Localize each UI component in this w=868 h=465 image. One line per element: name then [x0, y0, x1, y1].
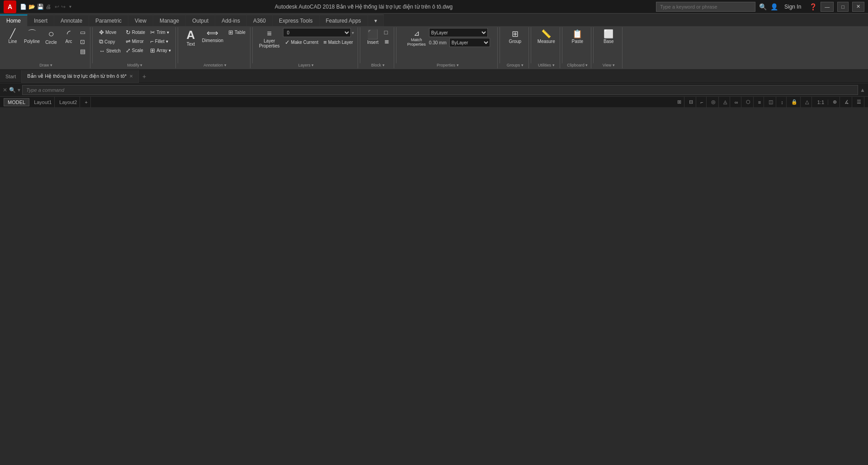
groups-items: ⊞ Group: [507, 28, 523, 62]
qat-open-icon[interactable]: 📂: [28, 4, 35, 10]
signin-button[interactable]: Sign In: [782, 2, 804, 12]
measure-button[interactable]: 📏 Measure: [536, 28, 557, 45]
circle-button[interactable]: ○ Circle: [43, 28, 59, 46]
draw-extra-1[interactable]: ▭: [78, 28, 87, 37]
user-icon[interactable]: 👤: [770, 3, 778, 10]
workspace-button[interactable]: ⊕: [830, 97, 840, 108]
qat-redo-icon[interactable]: ↪: [61, 4, 66, 10]
scale-value[interactable]: 1:1: [814, 100, 828, 105]
paste-button[interactable]: 📋 Paste: [569, 28, 585, 45]
tab-parametric[interactable]: Parametric: [89, 14, 128, 26]
tab-manage[interactable]: Manage: [153, 14, 186, 26]
tab-featuredapps[interactable]: Featured Apps: [320, 14, 368, 26]
draw-extra-3[interactable]: ▤: [78, 47, 87, 56]
units-button[interactable]: ∡: [842, 97, 852, 108]
layerprops-button[interactable]: ≡ LayerProperties: [257, 28, 282, 49]
qat-undo-icon[interactable]: ↩: [55, 4, 59, 10]
annotscale-button[interactable]: 🔒: [788, 97, 801, 108]
cmd-scrollup-icon[interactable]: ▲: [860, 87, 865, 93]
layer-row2: ✓Make Current ≡Match Layer: [283, 38, 355, 47]
tab-expresstools[interactable]: Express Tools: [273, 14, 319, 26]
tab-a360[interactable]: A360: [247, 14, 273, 26]
snap-button[interactable]: ⊞: [675, 97, 684, 108]
ducs-button[interactable]: ⬡: [743, 97, 754, 108]
lineweight-button[interactable]: ≡: [755, 97, 764, 108]
block-extra-1[interactable]: □: [382, 28, 391, 37]
minimize-button[interactable]: —: [821, 2, 834, 12]
otrack-button[interactable]: ∞: [732, 97, 741, 108]
insert-button[interactable]: ⬛ Insert: [365, 28, 381, 46]
polar-button[interactable]: ◎: [708, 97, 719, 108]
layer-select[interactable]: 0: [283, 28, 351, 37]
maximize-button[interactable]: □: [837, 2, 849, 12]
mirror-button[interactable]: ⇌Mirror: [124, 37, 147, 46]
grid-button[interactable]: ⊟: [686, 97, 696, 108]
block-extra-2[interactable]: ≣: [382, 37, 391, 46]
tab-close-icon[interactable]: ✕: [129, 74, 133, 79]
layout1-tab[interactable]: Layout1: [31, 97, 55, 108]
copy-button[interactable]: ⧉ACopy: [97, 37, 123, 46]
line-button[interactable]: ╱ Line: [5, 28, 21, 45]
tab-addins[interactable]: Add-ins: [215, 14, 247, 26]
group-annotation: A Text ⟺ Dimension ⊞Table Annotation ▾: [180, 27, 250, 68]
model-button[interactable]: MODEL: [4, 98, 29, 106]
autocad-logo[interactable]: A: [4, 0, 16, 13]
layout2-tab[interactable]: Layout2: [57, 97, 80, 108]
cmd-search-icon[interactable]: 🔍: [9, 87, 16, 93]
array-button[interactable]: ⊞Array ▾: [148, 46, 173, 55]
group-button[interactable]: ⊞ Group: [507, 28, 523, 45]
annovis-button[interactable]: △: [802, 97, 812, 108]
tab-more[interactable]: ▾: [368, 14, 384, 26]
insert-icon: ⬛: [367, 29, 378, 40]
trim-button[interactable]: ✂Trim ▾: [148, 28, 173, 37]
add-tab-button[interactable]: +: [139, 71, 150, 82]
sep9: [593, 27, 594, 63]
layer-more-icon[interactable]: ▾: [352, 30, 354, 35]
tab-annotate[interactable]: Annotate: [54, 14, 89, 26]
arc-icon: ◜: [67, 29, 71, 38]
groups-label: Groups ▾: [507, 62, 524, 67]
osnap-button[interactable]: ◬: [721, 97, 730, 108]
fillet-button[interactable]: ⌐Fillet ▾: [148, 37, 173, 46]
tab-start[interactable]: Start: [0, 70, 22, 83]
qat-print-icon[interactable]: 🖨: [46, 4, 51, 10]
cmd-close-icon[interactable]: ✕: [3, 87, 7, 93]
arc-button[interactable]: ◜ Arc: [61, 28, 77, 45]
table-button[interactable]: ⊞Table: [226, 28, 247, 37]
linetype-select[interactable]: ByLayer: [449, 38, 490, 47]
draw-extra-2[interactable]: ⊡: [78, 38, 87, 46]
close-button[interactable]: ✕: [852, 2, 864, 12]
cmd-dropdown-icon[interactable]: ▾: [18, 87, 20, 93]
add-layout-button[interactable]: +: [82, 97, 90, 108]
makecurrent-button[interactable]: ✓Make Current: [283, 38, 321, 47]
ortho-button[interactable]: ⌐: [698, 97, 707, 108]
command-input[interactable]: [22, 85, 858, 95]
polyline-button[interactable]: ⌒ Polyline: [22, 28, 42, 45]
search-icon[interactable]: 🔍: [759, 3, 767, 10]
help-icon[interactable]: ❓: [809, 3, 817, 10]
lineweight-value: 0.30 mm: [429, 40, 447, 45]
tab-drawing[interactable]: Bản vẽ Hệ thống lái trợ lực điện từ trên…: [22, 70, 139, 83]
customui-button[interactable]: ☰: [854, 97, 864, 108]
dimension-button[interactable]: ⟺ Dimension: [200, 28, 225, 44]
transparency-button[interactable]: ◫: [766, 97, 776, 108]
qat-new-icon[interactable]: 📄: [20, 4, 27, 10]
matchprops-button[interactable]: ⊿ MatchProperties: [406, 28, 428, 47]
move-button[interactable]: ✥Move: [97, 28, 123, 37]
layers-items: ≡ LayerProperties 0 ▾ ✓Make Current ≡Mat…: [257, 28, 355, 62]
search-input[interactable]: [656, 2, 755, 12]
block-extra: □ ≣: [382, 28, 391, 46]
qat-save-icon[interactable]: 💾: [37, 4, 44, 10]
color-select[interactable]: ByLayer: [429, 28, 488, 37]
selection-button[interactable]: ↕: [778, 97, 787, 108]
rotate-button[interactable]: ↻Rotate: [124, 28, 147, 37]
base-button[interactable]: ⬜ Base: [600, 28, 617, 45]
tab-insert[interactable]: Insert: [28, 14, 54, 26]
tab-output[interactable]: Output: [186, 14, 215, 26]
scale-button[interactable]: ⤢Scale: [124, 46, 147, 55]
text-button[interactable]: A Text: [183, 28, 199, 47]
stretch-button[interactable]: ↔Stretch: [97, 47, 123, 55]
matchlayer-button[interactable]: ≡Match Layer: [321, 38, 355, 47]
tab-home[interactable]: Home: [0, 14, 28, 26]
tab-view[interactable]: View: [128, 14, 153, 26]
